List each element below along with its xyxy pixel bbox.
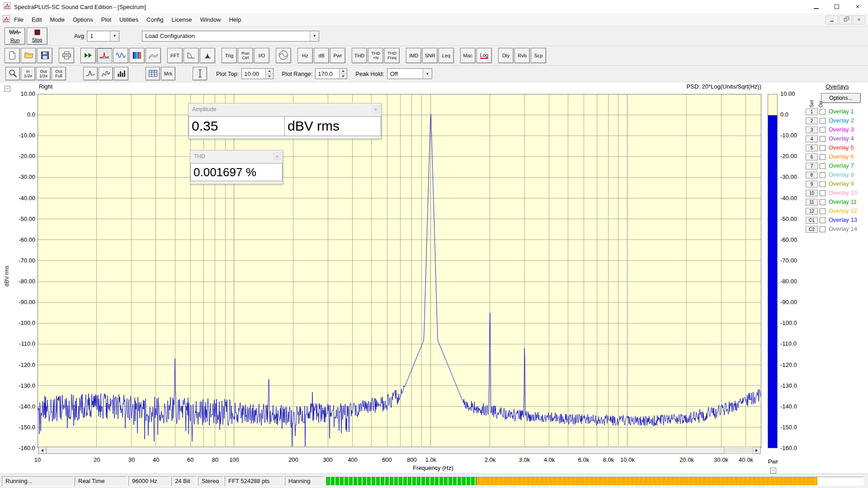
- time-series-display-button[interactable]: [113, 48, 128, 63]
- overlay-5-on-checkbox[interactable]: [820, 145, 826, 151]
- signal-generator-button[interactable]: [276, 48, 291, 63]
- overlay-3-set-button[interactable]: 3: [806, 127, 818, 133]
- zoom-out-full-button[interactable]: OutFull: [52, 67, 66, 80]
- plot-horizontal-scrollbar[interactable]: [38, 446, 761, 454]
- sampling-settings-button[interactable]: [184, 48, 199, 63]
- close-icon[interactable]: ×: [273, 152, 281, 160]
- spectrum-plot[interactable]: [38, 94, 761, 448]
- overlay-11-on-checkbox[interactable]: [820, 199, 826, 205]
- spectrogram-display-button[interactable]: [129, 48, 145, 63]
- menu-help[interactable]: Help: [225, 14, 245, 26]
- overlay-C2-set-button[interactable]: C2: [806, 226, 818, 233]
- thd-freq-button[interactable]: THDFreq: [384, 48, 400, 63]
- overlay-4-on-checkbox[interactable]: [820, 136, 826, 142]
- menu-window[interactable]: Window: [196, 14, 225, 26]
- overlay-C1-set-button[interactable]: C1: [806, 217, 818, 224]
- imd-button[interactable]: IMD: [406, 48, 421, 63]
- run-button[interactable]: Run: [5, 28, 25, 45]
- fft-settings-button[interactable]: FFT: [167, 48, 183, 63]
- thd-readout-window[interactable]: THD × 0.001697 %: [190, 150, 283, 184]
- overlay-1-set-button[interactable]: 1: [806, 108, 818, 115]
- units-pwr-button[interactable]: Pwr: [330, 48, 345, 63]
- stop-button[interactable]: Stop: [27, 28, 47, 45]
- configuration-select[interactable]: Load Configuration ▼: [142, 31, 319, 42]
- amplitude-readout-window[interactable]: Amplitude × 0.35 dBV rms: [188, 103, 382, 139]
- overlay-4-set-button[interactable]: 4: [806, 136, 818, 142]
- spectrum-display-button[interactable]: [97, 48, 112, 63]
- menu-plot[interactable]: Plot: [97, 14, 115, 26]
- thd-plus-n-button[interactable]: THD+N: [368, 48, 383, 63]
- units-hz-button[interactable]: Hz: [297, 48, 313, 63]
- scrollbar-track[interactable]: [724, 447, 753, 454]
- delay-button[interactable]: Dly: [498, 48, 514, 63]
- scrollbar-thumb[interactable]: [46, 447, 724, 454]
- avg-select[interactable]: 1 ▼: [87, 31, 119, 42]
- mdi-minimize-button[interactable]: [826, 15, 838, 24]
- close-button[interactable]: ×: [847, 0, 868, 14]
- scope-button[interactable]: Scp: [531, 48, 546, 63]
- menu-file[interactable]: File: [10, 14, 28, 26]
- overlay-10-set-button[interactable]: 10: [806, 190, 818, 197]
- new-file-button[interactable]: [5, 48, 20, 63]
- maximize-button[interactable]: [826, 0, 847, 14]
- log-data-button[interactable]: Log: [476, 48, 492, 63]
- menu-mode[interactable]: Mode: [46, 14, 69, 26]
- overlay-C2-on-checkbox[interactable]: [820, 226, 826, 232]
- menu-options[interactable]: Options: [69, 14, 97, 26]
- overlay-3-on-checkbox[interactable]: [820, 127, 826, 133]
- leq-button[interactable]: Leq: [439, 48, 454, 63]
- chevron-down-icon[interactable]: ▼: [423, 69, 432, 79]
- overlay-C1-on-checkbox[interactable]: [820, 217, 826, 223]
- overlays-options-button[interactable]: Options...: [821, 93, 861, 103]
- spin-down-button[interactable]: [266, 74, 273, 79]
- spin-up-button[interactable]: [266, 69, 273, 74]
- peak-hold-select[interactable]: Off ▼: [387, 68, 432, 79]
- plot-top-input[interactable]: 10.00: [241, 68, 274, 79]
- overlay-12-on-checkbox[interactable]: [820, 208, 826, 214]
- overlay-12-set-button[interactable]: 12: [806, 208, 818, 215]
- markers-button[interactable]: Mrk: [161, 67, 175, 80]
- line-plot-style-button[interactable]: [83, 67, 98, 80]
- overlay-8-set-button[interactable]: 8: [806, 172, 818, 178]
- collapse-box[interactable]: −: [770, 468, 776, 474]
- run-control-button[interactable]: RunCtrl: [238, 48, 253, 63]
- menu-edit[interactable]: Edit: [28, 14, 46, 26]
- overlay-2-on-checkbox[interactable]: [820, 118, 826, 124]
- spin-down-button[interactable]: [340, 74, 347, 79]
- save-file-button[interactable]: [37, 48, 52, 63]
- io-settings-button[interactable]: I/O: [254, 48, 269, 63]
- open-file-button[interactable]: [21, 48, 36, 63]
- mdi-restore-button[interactable]: [839, 15, 852, 24]
- zoom-out-half-button[interactable]: Out1/2x: [36, 67, 51, 80]
- overlay-8-on-checkbox[interactable]: [820, 172, 826, 178]
- overlay-9-on-checkbox[interactable]: [820, 181, 826, 187]
- step-plot-style-button[interactable]: [99, 67, 113, 80]
- chevron-down-icon[interactable]: ▼: [310, 31, 319, 41]
- units-db-button[interactable]: dB: [314, 48, 329, 63]
- scroll-left-button[interactable]: [38, 447, 46, 454]
- trigger-settings-button[interactable]: Trig: [222, 48, 237, 63]
- fast-forward-button[interactable]: [80, 48, 96, 63]
- surface-display-button[interactable]: [146, 48, 161, 63]
- macro-button[interactable]: Mac: [460, 48, 476, 63]
- menu-config[interactable]: Config: [142, 14, 168, 26]
- overlay-2-set-button[interactable]: 2: [806, 117, 818, 124]
- overlay-7-set-button[interactable]: 7: [806, 163, 818, 169]
- overlay-6-on-checkbox[interactable]: [820, 154, 826, 160]
- cursor-tool-button[interactable]: [193, 67, 207, 80]
- overlay-10-on-checkbox[interactable]: [820, 190, 826, 196]
- windowing-settings-button[interactable]: [200, 48, 215, 63]
- overlay-6-set-button[interactable]: 6: [806, 154, 818, 160]
- overlay-11-set-button[interactable]: 11: [806, 199, 818, 206]
- overlay-7-on-checkbox[interactable]: [820, 163, 826, 169]
- print-button[interactable]: [59, 48, 74, 63]
- mdi-close-button[interactable]: ×: [853, 15, 865, 24]
- overlay-9-set-button[interactable]: 9: [806, 181, 818, 188]
- chevron-down-icon[interactable]: ▼: [110, 31, 119, 41]
- minimize-button[interactable]: [806, 0, 826, 14]
- menu-license[interactable]: License: [168, 14, 196, 26]
- overlay-5-set-button[interactable]: 5: [806, 145, 818, 151]
- close-icon[interactable]: ×: [372, 105, 380, 113]
- menu-utilities[interactable]: Utilities: [115, 14, 142, 26]
- thd-button[interactable]: THD: [352, 48, 367, 63]
